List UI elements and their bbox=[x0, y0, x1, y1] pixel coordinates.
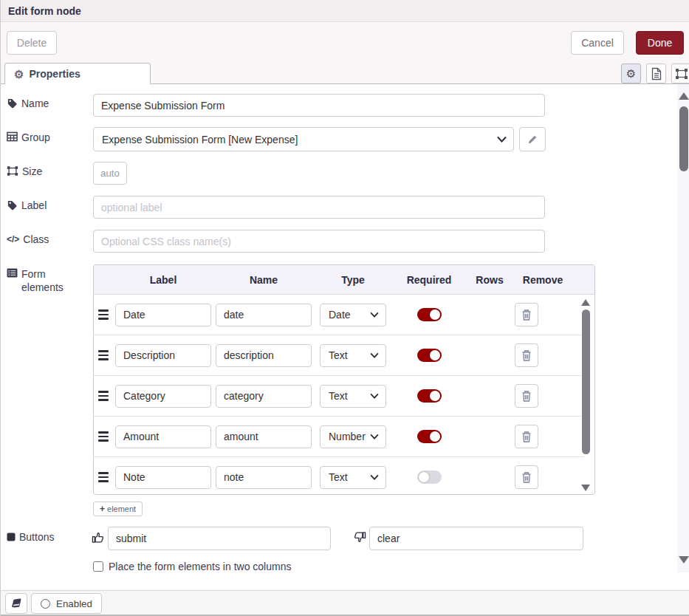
form-elements-scrollbar[interactable] bbox=[580, 298, 592, 493]
enabled-toggle-button[interactable]: Enabled bbox=[31, 593, 102, 614]
form-element-row: Text bbox=[94, 335, 584, 376]
remove-element-button[interactable] bbox=[515, 343, 538, 367]
appearance-tab-button[interactable] bbox=[671, 64, 689, 83]
tag-icon bbox=[7, 199, 18, 211]
name-input[interactable] bbox=[93, 94, 545, 117]
form-elements-section-label: Form elements bbox=[7, 267, 89, 294]
code-icon: </> bbox=[7, 233, 19, 246]
size-auto-button[interactable]: auto bbox=[93, 162, 127, 185]
drag-handle-icon[interactable] bbox=[97, 307, 110, 323]
dialog-title: Edit form node bbox=[8, 5, 81, 17]
remove-element-button[interactable] bbox=[515, 425, 538, 448]
class-input[interactable] bbox=[93, 230, 545, 253]
required-toggle[interactable] bbox=[417, 470, 442, 484]
group-select[interactable]: Expense Submission Form [New Expense] bbox=[93, 127, 514, 151]
delete-button[interactable]: Delete bbox=[7, 31, 57, 55]
form-elements-list: Date bbox=[94, 295, 594, 495]
thumbs-up-icon bbox=[92, 531, 104, 544]
remove-element-button[interactable] bbox=[515, 303, 538, 326]
scrollbar-thumb[interactable] bbox=[679, 106, 688, 171]
docs-button[interactable] bbox=[5, 593, 27, 614]
properties-tab-button[interactable]: ⚙ bbox=[621, 64, 641, 83]
document-icon bbox=[651, 67, 662, 81]
column-header-required: Required bbox=[392, 274, 466, 286]
column-header-name: Name bbox=[213, 274, 314, 286]
two-columns-checkbox[interactable] bbox=[93, 561, 103, 572]
scroll-up-arrow[interactable] bbox=[581, 299, 590, 306]
tag-icon bbox=[7, 97, 18, 109]
dialog-footer: Enabled bbox=[1, 590, 689, 616]
filled-square-icon bbox=[7, 533, 16, 541]
element-name-input[interactable] bbox=[216, 344, 312, 367]
element-type-select[interactable]: Number bbox=[320, 425, 386, 448]
layout-handles-icon bbox=[675, 68, 688, 80]
remove-element-button[interactable] bbox=[515, 384, 538, 408]
chevron-down-icon bbox=[370, 474, 379, 480]
drag-handle-icon[interactable] bbox=[97, 347, 110, 363]
drag-handle-icon[interactable] bbox=[97, 428, 110, 445]
table-grid-icon bbox=[7, 131, 18, 142]
two-columns-option[interactable]: Place the form elements in two columns bbox=[93, 561, 291, 572]
column-header-remove: Remove bbox=[513, 274, 572, 286]
element-label-input[interactable] bbox=[115, 425, 211, 448]
list-alt-icon bbox=[7, 268, 18, 278]
trash-icon bbox=[521, 431, 532, 443]
element-name-input[interactable] bbox=[216, 425, 312, 448]
class-field-label: </> Class bbox=[7, 233, 89, 246]
required-toggle[interactable] bbox=[417, 349, 442, 362]
drag-handle-icon[interactable] bbox=[97, 469, 110, 485]
dialog-scrollbar[interactable] bbox=[677, 84, 689, 572]
enabled-label: Enabled bbox=[56, 598, 92, 609]
label-input[interactable] bbox=[93, 196, 545, 219]
chevron-down-icon bbox=[370, 434, 379, 439]
element-type-select[interactable]: Text bbox=[320, 344, 386, 367]
tab-strip: ⚙ Properties ⚙ bbox=[1, 63, 689, 84]
element-name-input[interactable] bbox=[216, 385, 312, 408]
cancel-button[interactable]: Cancel bbox=[571, 31, 624, 55]
element-type-select[interactable]: Text bbox=[320, 385, 386, 408]
tab-properties[interactable]: ⚙ Properties bbox=[4, 63, 151, 84]
remove-element-button[interactable] bbox=[515, 465, 538, 489]
scroll-up-arrow[interactable] bbox=[679, 92, 689, 100]
form-element-row: Text bbox=[94, 457, 584, 495]
chevron-down-icon bbox=[497, 136, 507, 143]
form-element-row: Number bbox=[94, 417, 584, 457]
form-elements-header: Label Name Type Required Rows Remove bbox=[94, 265, 594, 295]
element-label-input[interactable] bbox=[115, 344, 211, 367]
trash-icon bbox=[521, 390, 532, 403]
edit-group-button[interactable] bbox=[519, 127, 546, 151]
edit-form-node-dialog: { "window": { "title": "Edit form node" … bbox=[0, 0, 689, 616]
submit-button-text-input[interactable] bbox=[108, 527, 331, 550]
element-label-input[interactable] bbox=[115, 466, 211, 489]
properties-panel: Name Group Expense Submission Form [New … bbox=[1, 84, 677, 589]
required-toggle[interactable] bbox=[417, 430, 442, 443]
gear-icon: ⚙ bbox=[626, 68, 636, 79]
clear-button-text-input[interactable] bbox=[369, 527, 583, 550]
scrollbar-thumb[interactable] bbox=[582, 309, 590, 454]
book-icon bbox=[11, 598, 22, 609]
scroll-down-arrow[interactable] bbox=[581, 485, 590, 491]
element-label-input[interactable] bbox=[115, 385, 211, 408]
form-elements-table: Label Name Type Required Rows Remove Dat… bbox=[93, 264, 595, 495]
chevron-down-icon bbox=[370, 393, 379, 399]
dialog-header: Edit form node bbox=[1, 0, 689, 22]
required-toggle[interactable] bbox=[417, 389, 442, 403]
chevron-down-icon bbox=[370, 352, 379, 358]
done-button[interactable]: Done bbox=[636, 31, 684, 55]
scroll-down-arrow[interactable] bbox=[679, 556, 689, 564]
trash-icon bbox=[521, 309, 532, 321]
required-toggle[interactable] bbox=[417, 308, 442, 321]
add-element-button[interactable]: + element bbox=[93, 502, 143, 516]
resize-handles-icon bbox=[7, 165, 18, 177]
element-type-select[interactable]: Date bbox=[320, 304, 386, 326]
thumbs-down-icon bbox=[354, 531, 366, 544]
element-type-select[interactable]: Text bbox=[320, 466, 386, 489]
description-tab-button[interactable] bbox=[646, 64, 666, 83]
element-label-input[interactable] bbox=[115, 304, 211, 326]
dialog-toolbar: Delete Cancel Done bbox=[1, 23, 689, 63]
drag-handle-icon[interactable] bbox=[97, 388, 110, 404]
label-field-label: Label bbox=[7, 199, 89, 212]
element-name-input[interactable] bbox=[216, 466, 312, 489]
element-name-input[interactable] bbox=[216, 304, 312, 326]
column-header-rows: Rows bbox=[466, 274, 513, 286]
